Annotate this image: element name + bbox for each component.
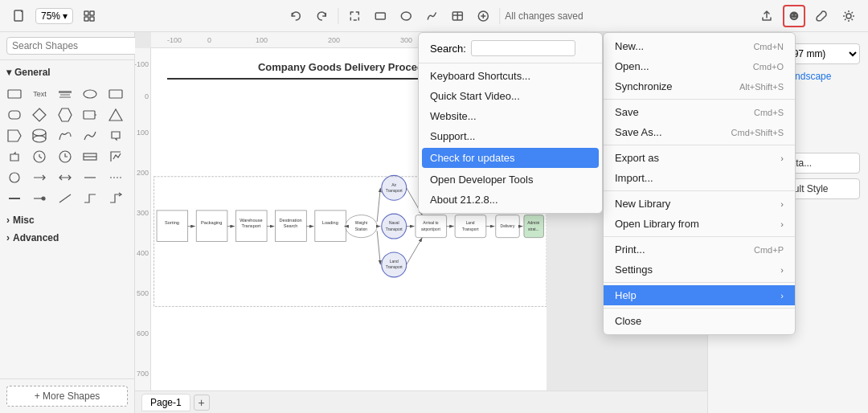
svg-rect-81 — [524, 215, 544, 238]
svg-rect-28 — [84, 111, 95, 119]
menu-item-import[interactable]: Import... — [604, 168, 795, 188]
submenu-search-input[interactable] — [471, 40, 575, 56]
svg-text:strat...: strat... — [528, 227, 539, 231]
insert-btn[interactable] — [472, 5, 494, 27]
emoji-menu-btn[interactable]: ☻ — [783, 5, 805, 27]
shape-item[interactable] — [5, 147, 24, 166]
table-btn[interactable] — [446, 5, 469, 27]
menu-label-settings: Settings — [615, 264, 653, 276]
submenu-item-support[interactable]: Support... — [419, 126, 602, 146]
shape-item[interactable] — [5, 105, 24, 125]
svg-text:Air: Air — [391, 183, 396, 187]
menu-item-synchronize[interactable]: Synchronize Alt+Shift+S — [604, 76, 795, 96]
page-tab-1[interactable]: Page-1 — [141, 394, 190, 411]
shape-item[interactable] — [30, 189, 49, 208]
shape-freeform-btn[interactable] — [420, 5, 443, 27]
svg-text:Transport: Transport — [242, 223, 261, 228]
shape-item[interactable] — [106, 147, 125, 166]
shape-item[interactable] — [55, 105, 75, 125]
shape-rect-btn[interactable] — [369, 5, 391, 27]
shape-item[interactable] — [30, 147, 49, 166]
submenu-item-website[interactable]: Website... — [419, 106, 602, 126]
submenu-divider-1 — [419, 63, 602, 63]
shape-item[interactable] — [80, 126, 100, 145]
submenu-item-dev-tools[interactable]: Open Developer Tools — [419, 170, 602, 190]
main-context-menu: New... Cmd+N Open... Cmd+O Synchronize A… — [603, 32, 796, 335]
fit-page-btn[interactable] — [78, 5, 100, 27]
share-btn[interactable] — [755, 5, 778, 27]
submenu-item-about[interactable]: About 21.2.8... — [419, 190, 602, 210]
shape-item[interactable] — [30, 126, 49, 145]
sidebar-content: ▾ General Text — [0, 60, 134, 378]
menu-item-new[interactable]: New... Cmd+N — [604, 36, 795, 56]
shape-item[interactable] — [55, 147, 75, 166]
shape-item[interactable] — [106, 84, 125, 104]
shape-item[interactable] — [55, 189, 75, 208]
shape-item[interactable] — [5, 126, 24, 145]
add-page-btn[interactable]: + — [194, 395, 210, 411]
shape-item[interactable] — [5, 84, 24, 104]
svg-point-70 — [382, 252, 407, 277]
svg-text:Destination: Destination — [280, 218, 302, 223]
menu-item-save-as[interactable]: Save As... Cmd+Shift+S — [604, 122, 795, 142]
menu-item-print[interactable]: Print... Cmd+P — [604, 239, 795, 260]
page-tab-label: Page-1 — [150, 397, 182, 408]
menu-item-settings[interactable]: Settings › — [604, 260, 795, 280]
more-shapes-btn[interactable]: + More Shapes — [6, 386, 128, 407]
shape-item[interactable] — [5, 168, 24, 187]
redo-btn[interactable] — [310, 5, 333, 27]
chevron-right-icon: › — [6, 215, 10, 226]
shape-item[interactable] — [80, 84, 100, 104]
sidebar: 🔍 ▾ General Text — [0, 32, 135, 413]
svg-point-46 — [42, 197, 45, 200]
arrow-icon-help: › — [780, 291, 784, 301]
shape-ellipse-btn[interactable] — [395, 5, 417, 27]
shape-item[interactable] — [30, 168, 49, 187]
submenu-item-check-updates[interactable]: Check for updates — [422, 148, 599, 168]
shape-item[interactable] — [106, 168, 125, 187]
shape-item[interactable] — [106, 126, 125, 145]
menu-item-open-library[interactable]: Open Library from › — [604, 214, 795, 234]
shape-item[interactable] — [55, 126, 75, 145]
submenu-item-keyboard[interactable]: Keyboard Shortcuts... — [419, 66, 602, 86]
menu-item-open[interactable]: Open... Cmd+O — [604, 56, 795, 76]
menu-divider-5 — [604, 282, 795, 283]
menu-item-save[interactable]: Save Cmd+S — [604, 102, 795, 122]
sidebar-section-misc[interactable]: › Misc — [0, 211, 134, 229]
shape-item[interactable] — [55, 84, 75, 104]
svg-point-6 — [401, 12, 411, 20]
shape-item[interactable] — [30, 105, 49, 125]
sidebar-bottom: + More Shapes — [0, 378, 134, 413]
shape-item[interactable] — [80, 147, 100, 166]
menu-item-new-library[interactable]: New Library › — [604, 194, 795, 214]
shape-item[interactable] — [80, 189, 100, 208]
menu-item-export[interactable]: Export as › — [604, 148, 795, 168]
search-input[interactable] — [6, 37, 138, 55]
shape-item[interactable] — [106, 189, 125, 208]
tools-btn[interactable] — [810, 5, 833, 27]
undo-btn[interactable] — [285, 5, 307, 27]
zoom-selector[interactable]: 75% ▾ — [35, 8, 73, 24]
theme-btn[interactable] — [837, 5, 860, 27]
menu-item-close[interactable]: Close — [604, 311, 795, 331]
shape-item[interactable]: Text — [30, 84, 49, 104]
menu-label-open-library: Open Library from — [615, 218, 699, 230]
page-icon-btn[interactable] — [8, 5, 31, 27]
menu-label-print: Print... — [615, 243, 645, 256]
sidebar-section-general[interactable]: ▾ General — [0, 63, 134, 81]
select-rect-btn[interactable] — [343, 5, 366, 27]
shape-item[interactable] — [80, 168, 100, 187]
submenu-item-quickstart[interactable]: Quick Start Video... — [419, 86, 602, 106]
shape-item[interactable] — [55, 168, 75, 187]
shape-item[interactable] — [106, 105, 125, 125]
svg-text:Land: Land — [466, 222, 475, 226]
svg-text:Land: Land — [390, 260, 399, 264]
svg-text:Packaging: Packaging — [201, 220, 222, 225]
shape-item[interactable] — [80, 105, 100, 125]
svg-point-35 — [33, 129, 46, 136]
svg-marker-31 — [8, 130, 21, 141]
menu-item-help[interactable]: Help › — [604, 285, 795, 305]
sidebar-section-advanced[interactable]: › Advanced — [0, 229, 134, 247]
shape-item[interactable] — [5, 189, 24, 208]
svg-rect-22 — [8, 90, 21, 98]
